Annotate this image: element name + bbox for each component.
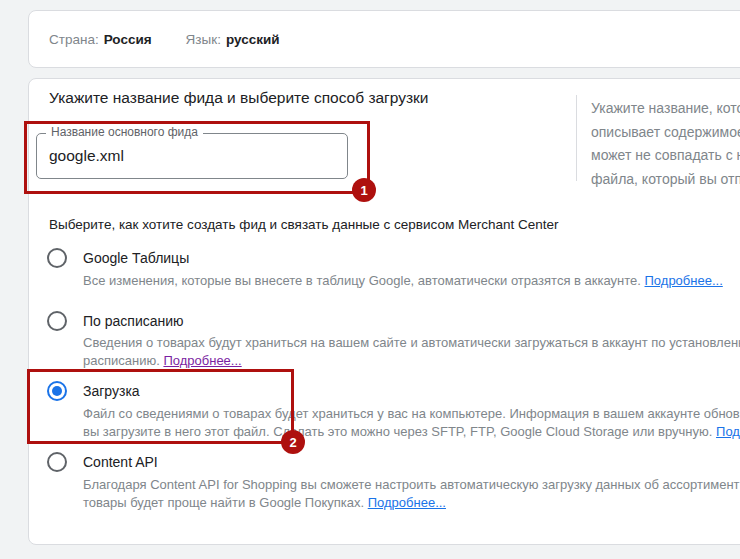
feed-name-input[interactable]: [36, 133, 348, 179]
country-value: Россия: [104, 32, 152, 47]
radio-content-api[interactable]: [47, 452, 67, 472]
option-label-content-api[interactable]: Content API: [83, 454, 158, 470]
desc-text: Файл со сведениями о товарах будет храни…: [83, 406, 740, 421]
feed-setup-card: Укажите название фида и выберите способ …: [28, 78, 740, 545]
country-label: Страна:: [49, 32, 99, 47]
option-desc-scheduled-fetch: Сведения о товарах будут храниться на ва…: [83, 334, 740, 369]
radio-scheduled-fetch[interactable]: [47, 311, 67, 331]
language-label: Язык:: [186, 32, 221, 47]
locale-bar: Страна:Россия Язык:русский: [28, 10, 740, 68]
radio-google-sheets[interactable]: [47, 248, 67, 268]
country-field: Страна:Россия: [49, 32, 152, 47]
option-desc-content-api: Благодаря Content API for Shopping вы см…: [83, 476, 740, 511]
desc-text: товары будет проще найти в Google Покупк…: [83, 495, 364, 510]
desc-text: вы загрузите в него этот файл. Сделать э…: [83, 424, 712, 439]
option-label-upload[interactable]: Загрузка: [83, 383, 140, 399]
annotation-badge-2: 2: [281, 430, 305, 454]
learn-more-link[interactable]: Подробнее...: [645, 273, 723, 288]
option-desc-google-sheets: Все изменения, которые вы внесете в табл…: [83, 272, 723, 290]
helper-line: Укажите название, котор: [591, 97, 740, 121]
feed-name-field-wrap: Название основного фида: [36, 133, 348, 179]
vertical-divider: [576, 95, 577, 181]
radio-upload[interactable]: [47, 381, 67, 401]
option-label-scheduled-fetch[interactable]: По расписанию: [83, 313, 184, 329]
page-title: Укажите название фида и выберите способ …: [49, 89, 429, 107]
helper-line: может не совпадать с на: [591, 144, 740, 168]
feed-name-input-label: Название основного фида: [46, 126, 203, 139]
option-label-google-sheets[interactable]: Google Таблицы: [83, 250, 189, 266]
learn-more-link[interactable]: Подробнее...: [163, 353, 241, 368]
desc-text: расписанию.: [83, 353, 160, 368]
helper-line: файла, который вы отпра: [591, 168, 740, 192]
desc-text: Благодаря Content API for Shopping вы см…: [83, 477, 740, 492]
learn-more-link[interactable]: Подробнее...: [368, 495, 446, 510]
desc-text: Сведения о товарах будут храниться на ва…: [83, 335, 740, 350]
method-section-intro: Выберите, как хотите создать фид и связа…: [49, 217, 559, 232]
option-desc-upload: Файл со сведениями о товарах будет храни…: [83, 405, 740, 440]
helper-text: Укажите название, котор описывает содерж…: [591, 97, 740, 191]
helper-line: описывает содержимое: [591, 121, 740, 145]
desc-text: Все изменения, которые вы внесете в табл…: [83, 273, 641, 288]
language-value: русский: [226, 32, 280, 47]
language-field: Язык:русский: [186, 32, 280, 47]
learn-more-link[interactable]: Подроб: [716, 424, 740, 439]
annotation-badge-1: 1: [352, 178, 376, 202]
